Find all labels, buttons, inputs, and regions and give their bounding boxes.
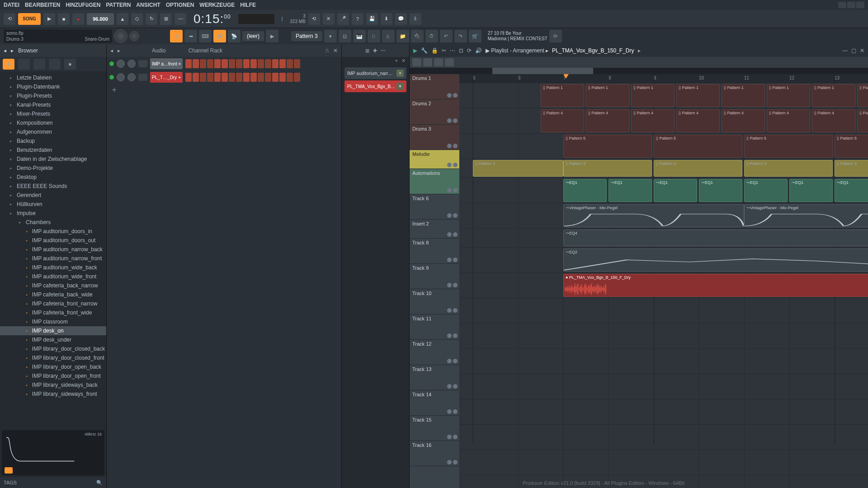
- track-lane[interactable]: [459, 298, 868, 324]
- ch-dropdown[interactable]: Audio: [152, 47, 166, 54]
- channel-pan-knob[interactable]: [117, 60, 125, 68]
- track-solo-icon[interactable]: [453, 460, 458, 465]
- track-mute-icon[interactable]: [447, 308, 452, 313]
- track-solo-icon[interactable]: [453, 333, 458, 338]
- playlist-clip[interactable]: ⤳EQ1: [563, 179, 607, 202]
- browser-folder[interactable]: Mixer-Presets: [0, 109, 106, 118]
- back-icon[interactable]: ◂: [4, 47, 6, 54]
- play-small-icon[interactable]: ▶: [266, 30, 278, 42]
- track-lane[interactable]: ▯ Pattern 3▯ Pattern 3▯ Pattern 3▯ Patte…: [459, 159, 868, 178]
- snap-button[interactable]: ⊞: [170, 30, 183, 42]
- channel-route[interactable]: [138, 60, 147, 67]
- browser-tab2[interactable]: [33, 59, 45, 70]
- playlist-timeline[interactable]: 567891011121314 ▯ Pattern 1▯ Pattern 1▯ …: [459, 74, 868, 488]
- step-button[interactable]: [265, 73, 271, 82]
- step-button[interactable]: [279, 73, 286, 82]
- picker-tab3[interactable]: 〰: [381, 48, 386, 53]
- track-solo-icon[interactable]: [453, 384, 458, 389]
- close-button[interactable]: [856, 2, 864, 8]
- playlist-clip[interactable]: ▯ Pattern 1: [541, 84, 584, 107]
- playlist-clip[interactable]: ● PL_TMA_Vox_Bgv_B_150_F_Dry: [563, 274, 868, 297]
- step-button[interactable]: [294, 59, 300, 68]
- menu-options[interactable]: OPTIONEN: [166, 2, 194, 8]
- track-lane[interactable]: [459, 349, 868, 374]
- save-icon[interactable]: 💾: [366, 13, 378, 25]
- browser-folder[interactable]: Letzte Dateien: [0, 73, 106, 82]
- track-mute-icon[interactable]: [447, 435, 452, 439]
- track-lane[interactable]: [459, 425, 868, 450]
- picker-add-icon[interactable]: +: [396, 83, 404, 90]
- sync-icon[interactable]: ⟲: [4, 13, 15, 25]
- picker-tab1[interactable]: ⊞: [365, 48, 369, 54]
- plugin-icon[interactable]: 🔌: [411, 30, 424, 42]
- step-button[interactable]: [287, 59, 293, 68]
- track-lane[interactable]: ▯ Pattern 5▯ Pattern 5▯ Pattern 5▯ Patte…: [459, 134, 868, 159]
- browser-folder[interactable]: Impulse: [0, 209, 106, 218]
- picker-tab2[interactable]: ✚: [373, 48, 377, 54]
- tempo-display[interactable]: 96.000: [87, 13, 114, 25]
- track-mute-icon[interactable]: [447, 188, 452, 192]
- browser-folder[interactable]: Daten in der Zwischenablage: [0, 155, 106, 164]
- track-lane[interactable]: ⤳EQ1⤳EQ1⤳EQ1⤳EQ1⤳EQ1⤳EQ1⤳EQ1⤳EQ1⤳EQ1⤳EQ1: [459, 178, 868, 203]
- piano-icon[interactable]: 🎹: [353, 30, 366, 42]
- browser-folder[interactable]: Demo-Projekte: [0, 164, 106, 173]
- pl-more1-icon[interactable]: ⋯: [450, 47, 455, 54]
- track-mute-icon[interactable]: [447, 118, 452, 123]
- track-mute-icon[interactable]: [447, 409, 452, 414]
- track-solo-icon[interactable]: [453, 435, 458, 439]
- download-icon[interactable]: ⇩: [410, 13, 421, 25]
- track-solo-icon[interactable]: [453, 118, 458, 123]
- step-button[interactable]: [222, 59, 228, 68]
- browser-folder[interactable]: Kanal-Presets: [0, 100, 106, 109]
- step-button[interactable]: [185, 73, 192, 82]
- pl-more4-icon[interactable]: 🔊: [475, 47, 482, 54]
- mixer-icon[interactable]: ⎍: [368, 30, 380, 42]
- track-header[interactable]: Track 14: [410, 390, 459, 416]
- browser-folder[interactable]: Benutzerdaten: [0, 145, 106, 155]
- track-lane[interactable]: [459, 450, 868, 475]
- channel-name-button[interactable]: PL_T…_Dry +: [150, 72, 183, 83]
- browser-folder[interactable]: Plugin-Presets: [0, 91, 106, 100]
- browser-tab4[interactable]: ★: [64, 59, 76, 70]
- track-lane[interactable]: ⤳EQ4⤳EQ4: [459, 229, 868, 248]
- picker-close-icon[interactable]: ✕: [401, 58, 406, 65]
- track-header[interactable]: Track 6: [410, 194, 459, 220]
- pl-min-icon[interactable]: —: [842, 47, 848, 54]
- browser-file[interactable]: IMP auditorium_doors_in: [0, 227, 106, 236]
- track-lane[interactable]: ● PL_TMA_Vox_Bgv_B_150_F_Dry: [459, 273, 868, 298]
- leer-dropdown[interactable]: (leer): [242, 31, 264, 41]
- track-mute-icon[interactable]: [447, 93, 452, 98]
- metronome-icon[interactable]: ▲: [117, 13, 128, 25]
- step-button[interactable]: [236, 73, 242, 82]
- track-lane[interactable]: ▯ Pattern 4▯ Pattern 4▯ Pattern 4▯ Patte…: [459, 108, 868, 134]
- ch-tools-icon[interactable]: ⎍: [326, 47, 329, 54]
- pl-max-icon[interactable]: ▢: [851, 47, 856, 54]
- step-button[interactable]: [294, 73, 300, 82]
- browser-tree[interactable]: Letzte DateienPlugin-DatenbankPlugin-Pre…: [0, 71, 106, 428]
- playlist-clip[interactable]: ⤳VintagePhaser - Mix-Pegel: [563, 204, 744, 227]
- undo-icon[interactable]: ⟲: [308, 13, 320, 25]
- playlist-ruler[interactable]: 567891011121314: [459, 74, 868, 83]
- browser-folder[interactable]: Desktop: [0, 173, 106, 182]
- track-solo-icon[interactable]: [453, 188, 458, 192]
- playlist-clip[interactable]: ⤳EQ1: [654, 179, 697, 202]
- browser-folder[interactable]: Aufgenommen: [0, 127, 106, 136]
- preview-play-button[interactable]: [5, 467, 13, 474]
- browser-file[interactable]: IMP cafeteria_back_wide: [0, 290, 106, 299]
- playlist-clip[interactable]: ▯ Pattern 4: [676, 109, 720, 132]
- browser-file[interactable]: IMP cafeteria_front_wide: [0, 308, 106, 317]
- track-lane[interactable]: [459, 374, 868, 399]
- render-icon[interactable]: ⬇: [381, 13, 392, 25]
- channel-name-button[interactable]: IMP a…front +: [150, 58, 183, 69]
- track-solo-icon[interactable]: [453, 93, 458, 98]
- playlist-clip[interactable]: ▯ Pattern 4: [586, 109, 629, 132]
- playlist-clip[interactable]: ▯ Pattern 1: [767, 84, 810, 107]
- mic-icon[interactable]: 🎤: [337, 13, 349, 25]
- track-mute-icon[interactable]: [447, 232, 452, 237]
- pattern-menu-icon[interactable]: ▾: [324, 30, 337, 42]
- track-lane[interactable]: ⤳EQ2: [459, 248, 868, 273]
- ch-back-icon[interactable]: ◂: [110, 47, 113, 54]
- track-header[interactable]: Track 10: [410, 289, 459, 314]
- menu-pattern[interactable]: PATTERN: [106, 2, 131, 8]
- step-button[interactable]: [250, 73, 257, 82]
